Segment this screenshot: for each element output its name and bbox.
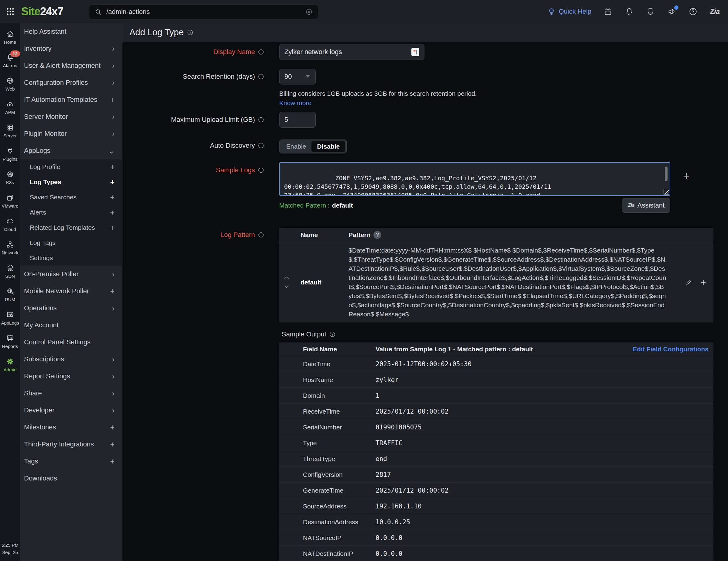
move-down-icon[interactable] (284, 285, 289, 289)
gift-icon (603, 7, 613, 16)
matched-pattern-value: default (332, 202, 353, 209)
sidebar-item[interactable]: Third-Party Integrations + (20, 436, 122, 453)
global-search-input[interactable]: /admin-actions (89, 4, 318, 19)
sample-output-rows: DateTime 2025-01-12T00:00:02+05:30 HostN… (279, 356, 713, 561)
textarea-resize-handle[interactable] (664, 189, 669, 194)
rail-item-reports[interactable]: Reports (0, 330, 20, 353)
field-name-cell: HostName (279, 376, 376, 384)
whats-new-button[interactable] (603, 7, 613, 16)
auto-discovery-row: Auto Discovery Enable Disable (122, 139, 728, 153)
info-icon[interactable] (187, 29, 194, 36)
info-icon[interactable] (258, 73, 264, 80)
sidebar-item[interactable]: Server Monitor › (20, 108, 122, 125)
quick-help-button[interactable]: Quick Help (547, 7, 592, 16)
sample-logs-row: Sample Logs ZONE VSYS2,ae9.382,ae9.382,L… (122, 162, 728, 213)
display-name-field[interactable]: Zylker network logs *| (279, 44, 424, 60)
sidebar-item[interactable]: Help Assistant (20, 23, 122, 40)
app-grid-button[interactable] (4, 5, 17, 18)
disable-option[interactable]: Disable (311, 141, 345, 152)
field-value-cell: TRAFFIC (376, 439, 713, 447)
clock: 6:25 PM Sep, 25 (2, 542, 19, 556)
pattern-help-icon[interactable]: ? (373, 231, 381, 239)
sidebar-item[interactable]: Share › (20, 385, 122, 402)
sidebar-item[interactable]: Operations › (20, 300, 122, 317)
sample-logs-textarea[interactable]: ZONE VSYS2,ae9.382,ae9.382,Log_Profile_V… (279, 162, 670, 196)
help-button[interactable] (689, 7, 698, 16)
sidebar-item[interactable]: Inventory › (20, 40, 122, 57)
sidebar-item[interactable]: Milestones + (20, 419, 122, 436)
sidebar-item[interactable]: Configuration Profiles › (20, 74, 122, 91)
sidebar-item-affix-icon: › (112, 62, 115, 70)
sidebar-item[interactable]: On-Premise Poller › (20, 266, 122, 283)
rail-item-vmware[interactable]: VMware (0, 189, 20, 213)
sidebar-item[interactable]: Tags + (20, 453, 122, 470)
trust-center-button[interactable] (646, 7, 655, 16)
zia-assistant-button[interactable]: Zia (710, 7, 719, 16)
sidebar-item[interactable]: AppLogs ⌄ (20, 142, 122, 159)
announcement-dot (674, 5, 678, 10)
sidebar-subitem[interactable]: Log Types + (20, 174, 122, 190)
site24x7-logo[interactable]: Site24x7 (21, 5, 63, 18)
sidebar-item[interactable]: Report Settings › (20, 368, 122, 385)
announcements-button[interactable] (667, 7, 676, 16)
sidebar-item[interactable]: Plugin Monitor › (20, 125, 122, 142)
rail-item-server[interactable]: Server (0, 119, 20, 143)
know-more-link[interactable]: Know more (279, 99, 311, 107)
notifications-button[interactable] (625, 7, 634, 16)
add-pattern-button[interactable]: + (700, 277, 706, 287)
info-icon[interactable] (258, 167, 264, 174)
sidebar-item-affix-icon: › (112, 390, 115, 397)
edit-pattern-icon[interactable] (685, 279, 692, 286)
rail-item-k8s[interactable]: K8s (0, 166, 20, 189)
sidebar-item[interactable]: User & Alert Management › (20, 57, 122, 74)
edit-field-configurations-link[interactable]: Edit Field Configurations (633, 346, 713, 353)
sidebar-subitem[interactable]: Settings (20, 250, 122, 266)
display-name-label: Display Name (122, 44, 264, 60)
sidebar-subitem[interactable]: Alerts + (20, 205, 122, 220)
rail-item-web[interactable]: Web (0, 72, 20, 96)
field-name-column-header: Field Name (279, 346, 376, 353)
field-value-cell: 10.0.0.25 (376, 518, 713, 526)
sidebar-item[interactable]: Mobile Network Poller + (20, 283, 122, 300)
clock-date: Sep, 25 (2, 549, 19, 556)
shield-icon (646, 7, 655, 16)
sidebar-subitem[interactable]: Saved Searches + (20, 190, 122, 205)
assistant-button[interactable]: Zia Assistant (622, 198, 670, 213)
sidebar-subitem[interactable]: Related Log Templates + (20, 220, 122, 235)
sample-output-table-row: GenerateTime 2025/01/12 00:00:02 (279, 482, 713, 498)
field-value-cell: 2025-01-12T00:00:02+05:30 (376, 360, 713, 368)
rail-item-apm[interactable]: APM (0, 96, 20, 119)
rail-item-rum[interactable]: RUM (0, 283, 20, 306)
add-sample-log-button[interactable]: + (683, 170, 690, 182)
field-name-cell: NATDestinationIP (279, 550, 376, 557)
sidebar-item[interactable]: IT Automation Templates + (20, 91, 122, 108)
max-upload-field[interactable]: 5 (279, 112, 316, 128)
sidebar-subitem[interactable]: Log Profile + (20, 159, 122, 174)
max-upload-row: Maximum Upload Limit (GB) 5 (122, 112, 728, 128)
sample-output-header: Field Name Value from Sample Log 1 - Mat… (279, 342, 713, 356)
rail-item-cloud[interactable]: Cloud (0, 213, 20, 236)
info-icon[interactable] (258, 116, 264, 123)
info-icon[interactable] (258, 49, 264, 55)
info-icon[interactable] (258, 232, 264, 238)
rail-item-sdn[interactable]: SDN (0, 260, 20, 283)
info-icon[interactable] (258, 142, 264, 149)
rail-item-home[interactable]: Home (0, 26, 20, 49)
clear-search-icon[interactable] (305, 8, 313, 16)
sidebar-item[interactable]: Downloads (20, 470, 122, 487)
sidebar-item[interactable]: Developer › (20, 402, 122, 419)
rail-item-alarms[interactable]: 12 Alarms (0, 49, 20, 72)
sidebar-item[interactable]: Subscriptions › (20, 351, 122, 368)
sidebar-item[interactable]: My Account (20, 317, 122, 334)
search-retention-select[interactable]: 90 (279, 69, 316, 84)
rail-item-network[interactable]: Network (0, 236, 20, 260)
textarea-scrollbar[interactable] (665, 167, 668, 181)
sidebar-item[interactable]: Control Panel Settings (20, 334, 122, 351)
move-up-icon[interactable] (284, 276, 289, 280)
rail-item-admin[interactable]: Admin (0, 353, 20, 377)
info-icon[interactable] (329, 331, 336, 338)
rail-item-applogs[interactable]: AppLogs (0, 306, 20, 330)
sidebar-subitem[interactable]: Log Tags (20, 235, 122, 250)
rail-item-plugins[interactable]: Plugins (0, 143, 20, 166)
enable-option[interactable]: Enable (281, 141, 311, 152)
